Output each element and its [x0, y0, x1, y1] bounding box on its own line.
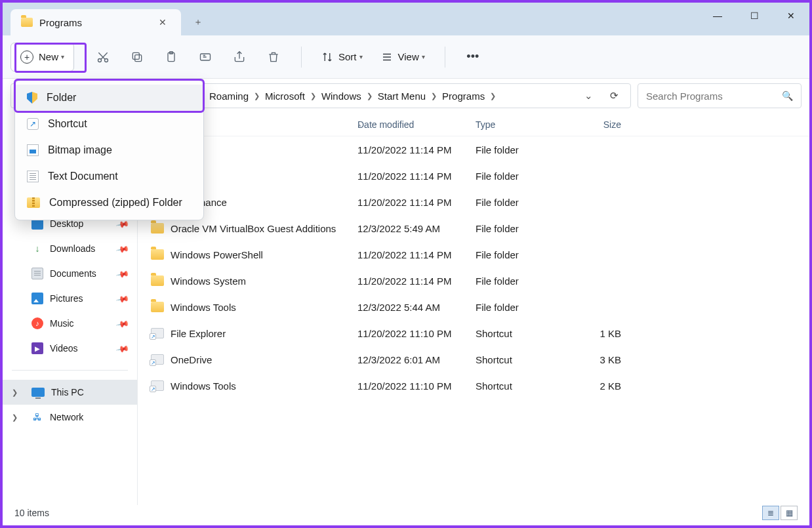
shortcut-icon: ↗ — [151, 328, 164, 338]
search-box[interactable]: 🔍 — [638, 83, 802, 108]
details-view-toggle[interactable]: ≣ — [762, 506, 779, 520]
folder-icon — [151, 302, 164, 312]
file-date: 11/20/2022 11:10 PM — [357, 380, 476, 392]
file-date: 11/20/2022 11:14 PM — [357, 249, 476, 260]
tab-close-button[interactable]: ✕ — [155, 14, 171, 30]
file-name: Oracle VM VirtualBox Guest Additions — [171, 223, 336, 234]
sidebar-item-videos[interactable]: ▶Videos📌 — [3, 336, 137, 361]
file-type: File folder — [476, 197, 573, 208]
file-date: 12/3/2022 6:01 AM — [357, 354, 476, 365]
shortcut-icon: ↗ — [151, 380, 164, 391]
file-name: Windows Tools — [171, 380, 236, 392]
shortcut-icon: ↗ — [151, 354, 164, 365]
file-row[interactable]: Maintenance11/20/2022 11:14 PMFile folde… — [138, 189, 809, 215]
file-date: 11/20/2022 11:14 PM — [357, 171, 476, 182]
file-row[interactable]: Windows System11/20/2022 11:14 PMFile fo… — [138, 268, 809, 294]
chevron-right-icon: ❯ — [254, 92, 260, 100]
file-name: Windows PowerShell — [171, 249, 263, 260]
column-type[interactable]: Type — [476, 119, 573, 130]
file-row[interactable]: ↗OneDrive12/3/2022 6:01 AMShortcut3 KB — [138, 346, 809, 373]
menu-item-folder[interactable]: Folder — [15, 85, 203, 111]
file-row[interactable]: …ries11/20/2022 11:14 PMFile folder — [138, 163, 809, 189]
file-name: Windows System — [171, 275, 246, 287]
breadcrumb-segment[interactable]: Windows — [320, 89, 363, 103]
search-input[interactable] — [646, 91, 782, 102]
breadcrumb-segment[interactable]: Roaming — [208, 89, 250, 103]
thumbnails-view-toggle[interactable]: ▦ — [781, 506, 798, 520]
menu-item-text-document[interactable]: Text Document — [15, 163, 203, 190]
status-items: 10 items — [14, 508, 49, 518]
more-button[interactable]: ••• — [457, 43, 489, 71]
new-button[interactable]: + New ▾ — [10, 43, 74, 71]
file-type: Shortcut — [476, 380, 573, 392]
breadcrumb-segment[interactable]: Programs — [441, 89, 486, 103]
sidebar-label: Documents — [50, 268, 96, 279]
share-button[interactable] — [224, 43, 255, 71]
chevron-right-icon: ❯ — [431, 92, 437, 100]
pin-icon: 📌 — [115, 341, 130, 355]
view-label: View — [398, 51, 419, 62]
menu-item-label: Folder — [47, 92, 76, 104]
folder-icon — [151, 223, 164, 234]
menu-item-label: Bitmap image — [48, 144, 112, 156]
menu-item-compressed-zipped-folder[interactable]: Compressed (zipped) Folder — [15, 190, 203, 216]
file-name: File Explorer — [171, 328, 226, 339]
file-type: File folder — [476, 275, 573, 287]
file-name: Windows Tools — [171, 302, 236, 313]
file-row[interactable]: …ility11/20/2022 11:14 PMFile folder — [138, 136, 809, 163]
refresh-button[interactable]: ⟳ — [603, 90, 625, 102]
column-size[interactable]: Size — [573, 119, 632, 130]
menu-item-bitmap-image[interactable]: Bitmap image — [15, 137, 203, 163]
breadcrumb-segment[interactable]: Start Menu — [376, 89, 427, 103]
close-button[interactable]: ✕ — [773, 3, 809, 29]
chevron-down-icon: ▾ — [61, 53, 64, 60]
view-icon — [381, 51, 393, 63]
breadcrumb-segment[interactable]: Microsoft — [264, 89, 306, 103]
paste-button[interactable] — [155, 43, 187, 71]
file-row[interactable]: Oracle VM VirtualBox Guest Additions12/3… — [138, 215, 809, 241]
cut-button[interactable] — [87, 43, 119, 71]
breadcrumb-history-chevron[interactable]: ⌄ — [578, 90, 599, 102]
sidebar-item-pictures[interactable]: Pictures📌 — [3, 286, 137, 311]
sidebar-label: Music — [50, 318, 74, 329]
file-row[interactable]: Windows PowerShell11/20/2022 11:14 PMFil… — [138, 241, 809, 268]
file-date: 12/3/2022 5:49 AM — [357, 223, 476, 234]
expand-chevron-icon[interactable]: ❯ — [12, 413, 18, 422]
sidebar-item-downloads[interactable]: ↓Downloads📌 — [3, 236, 137, 261]
delete-button[interactable] — [258, 43, 289, 71]
new-tab-button[interactable]: ＋ — [186, 10, 210, 34]
sidebar-item-this-pc[interactable]: ❯This PC — [3, 380, 137, 405]
file-list: Name˄ Date modified Type Size …ility11/2… — [138, 113, 809, 505]
maximize-button[interactable]: ☐ — [736, 3, 773, 29]
menu-item-shortcut[interactable]: ↗Shortcut — [15, 111, 203, 137]
file-date: 12/3/2022 5:44 AM — [357, 302, 476, 313]
sort-button[interactable]: Sort ▾ — [314, 43, 371, 71]
toolbar-divider — [445, 47, 445, 68]
file-size: 1 KB — [573, 328, 632, 339]
view-button[interactable]: View ▾ — [373, 43, 433, 71]
column-date[interactable]: Date modified — [357, 119, 476, 130]
expand-chevron-icon[interactable]: ❯ — [12, 388, 18, 397]
minimize-button[interactable]: ― — [699, 3, 736, 29]
file-type: Shortcut — [476, 328, 573, 339]
sidebar-item-music[interactable]: ♪Music📌 — [3, 311, 137, 336]
view-toggles: ≣ ▦ — [762, 506, 798, 520]
file-row[interactable]: Windows Tools12/3/2022 5:44 AMFile folde… — [138, 294, 809, 320]
folder-icon — [151, 249, 164, 260]
chevron-down-icon: ▾ — [359, 53, 363, 60]
folder-icon — [21, 18, 33, 27]
file-row[interactable]: ↗Windows Tools11/20/2022 11:10 PMShortcu… — [138, 373, 809, 399]
title-bar: Programs ✕ ＋ ― ☐ ✕ — [3, 3, 809, 35]
sidebar-label: This PC — [51, 387, 84, 397]
sidebar-item-network[interactable]: ❯🖧Network — [3, 405, 137, 430]
file-row[interactable]: ↗File Explorer11/20/2022 11:10 PMShortcu… — [138, 320, 809, 346]
window-tab[interactable]: Programs ✕ — [10, 9, 181, 35]
sidebar-separator — [12, 370, 128, 371]
sidebar-label: Pictures — [50, 293, 83, 304]
menu-item-label: Compressed (zipped) Folder — [49, 197, 182, 209]
sidebar-item-documents[interactable]: Documents📌 — [3, 261, 137, 286]
pin-icon: 📌 — [115, 241, 130, 255]
rename-button[interactable] — [190, 43, 221, 71]
copy-button[interactable] — [121, 43, 153, 71]
pin-icon: 📌 — [115, 316, 130, 330]
